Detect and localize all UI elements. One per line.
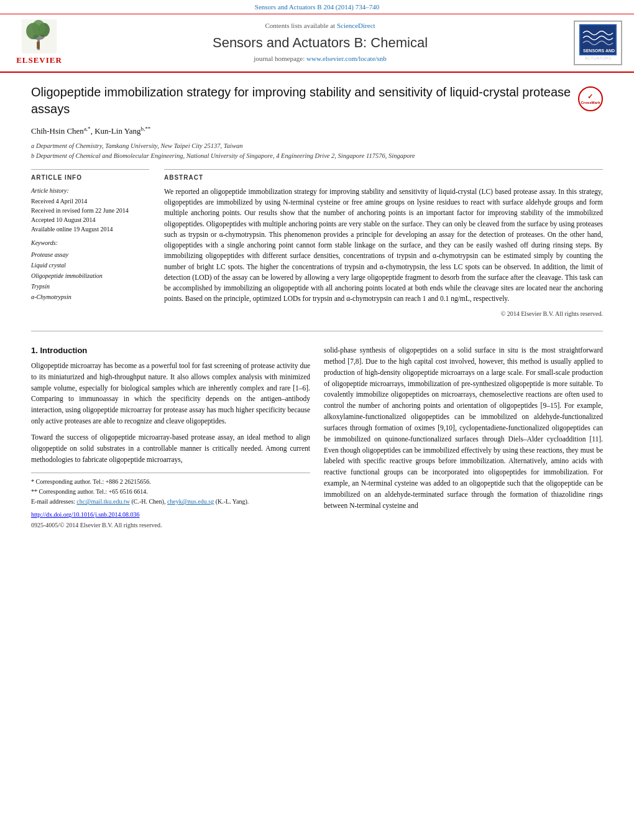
abstract-box: ABSTRACT We reported an oligopeptide imm…: [164, 169, 603, 318]
journal-homepage: journal homepage: www.elsevier.com/locat…: [73, 54, 567, 64]
available-date: Available online 19 August 2014: [31, 224, 149, 234]
article-title: Oligopeptide immobilization strategy for…: [31, 84, 603, 118]
elsevier-tree-icon: [21, 19, 58, 53]
keyword-2: Liquid crystal: [31, 260, 149, 270]
author-1-sup: a,*: [84, 126, 91, 132]
affiliations: a Department of Chemistry, Tamkang Unive…: [31, 141, 603, 161]
crossmark-badge: ✓ CrossMark: [578, 86, 603, 111]
copyright-line: © 2014 Elsevier B.V. All rights reserved…: [164, 310, 603, 319]
sensors-logo-label: ACTUATORS: [585, 55, 612, 62]
footnote-emails: E-mail addresses: chc@mail.tku.edu.tw (C…: [31, 497, 310, 507]
content-divider: [31, 331, 603, 331]
sensors-actuators-logo: SENSORS AND ACTUATORS: [573, 21, 623, 65]
doi-link[interactable]: http://dx.doi.org/10.1016/j.snb.2014.08.…: [31, 511, 140, 518]
crossmark-badge-area: ✓ CrossMark: [578, 86, 603, 111]
revised-date: Received in revised form 22 June 2014: [31, 206, 149, 215]
intro-section-title: 1. Introduction: [31, 345, 310, 357]
history-label: Article history:: [31, 187, 149, 196]
intro-paragraph-2: Toward the success of oligopeptide micro…: [31, 432, 310, 465]
keyword-1: Protease assay: [31, 249, 149, 260]
sensors-logo-graphic: SENSORS AND: [581, 25, 615, 54]
svg-point-5: [32, 20, 45, 35]
svg-text:SENSORS AND: SENSORS AND: [583, 48, 615, 53]
footnote-area: * Corresponding author. Tel.: +886 2 262…: [31, 473, 310, 507]
intro-paragraph-1: Oligopeptide microarray has become as a …: [31, 361, 310, 427]
info-abstract-section: ARTICLE INFO Article history: Received 4…: [31, 169, 603, 318]
footnote-star2: ** Corresponding author. Tel.: +65 6516 …: [31, 487, 310, 497]
article-info-box: ARTICLE INFO Article history: Received 4…: [31, 169, 149, 318]
accepted-date: Accepted 10 August 2014: [31, 215, 149, 224]
elsevier-brand-text: ELSEVIER: [16, 55, 62, 67]
journal-center-info: Contents lists available at ScienceDirec…: [73, 21, 567, 64]
journal-ref-text: Sensors and Actuators B 204 (2014) 734–7…: [255, 3, 379, 11]
journal-header: ELSEVIER Contents lists available at Sci…: [0, 14, 634, 73]
keywords-list: Protease assay Liquid crystal Oligopepti…: [31, 249, 149, 302]
right-column: solid-phase synthesis of oligopeptides o…: [324, 345, 603, 530]
svg-rect-6: [37, 42, 40, 48]
sciencedirect-link[interactable]: ScienceDirect: [337, 22, 375, 29]
main-content: 1. Introduction Oligopeptide microarray …: [0, 345, 634, 530]
sciencedirect-availability: Contents lists available at ScienceDirec…: [73, 21, 567, 31]
author-2-name: , Kun-Lin Yang: [91, 126, 141, 136]
article-info-heading: ARTICLE INFO: [31, 173, 149, 183]
received-date: Received 4 April 2014: [31, 196, 149, 206]
right-paragraph-1: solid-phase synthesis of oligopeptides o…: [324, 345, 603, 511]
keywords-section: Keywords: Protease assay Liquid crystal …: [31, 239, 149, 302]
doi-line: http://dx.doi.org/10.1016/j.snb.2014.08.…: [31, 510, 310, 520]
article-area: ✓ CrossMark Oligopeptide immobilization …: [0, 73, 634, 345]
affiliation-a: a Department of Chemistry, Tamkang Unive…: [31, 141, 603, 151]
abstract-heading: ABSTRACT: [164, 173, 603, 183]
issn-line: 0925-4005/© 2014 Elsevier B.V. All right…: [31, 521, 310, 530]
keyword-4: Trypsin: [31, 281, 149, 292]
authors-line: Chih-Hsin Chena,*, Kun-Lin Yangb,**: [31, 125, 603, 137]
journal-reference-bar: Sensors and Actuators B 204 (2014) 734–7…: [0, 0, 634, 14]
author-2-sup: b,**: [141, 126, 151, 132]
keyword-5: α-Chymotrypsin: [31, 292, 149, 302]
elsevier-logo: ELSEVIER: [11, 19, 67, 67]
journal-title: Sensors and Actuators B: Chemical: [73, 33, 567, 53]
affiliation-b: b Department of Chemical and Biomolecula…: [31, 151, 603, 161]
keywords-label: Keywords:: [31, 239, 149, 248]
keyword-3: Oligopeptide immobilization: [31, 270, 149, 281]
abstract-text: We reported an oligopeptide immobilizati…: [164, 187, 603, 305]
left-column: 1. Introduction Oligopeptide microarray …: [31, 345, 310, 530]
footnote-email1-link[interactable]: chc@mail.tku.edu.tw: [76, 498, 130, 505]
footnote-star1: * Corresponding author. Tel.: +886 2 262…: [31, 477, 310, 487]
footnote-email2-link[interactable]: cheyk@nus.edu.sg: [167, 498, 214, 505]
homepage-link[interactable]: www.elsevier.com/locate/snb: [306, 55, 387, 62]
article-history: Article history: Received 4 April 2014 R…: [31, 187, 149, 234]
author-1-name: Chih-Hsin Chen: [31, 126, 84, 136]
